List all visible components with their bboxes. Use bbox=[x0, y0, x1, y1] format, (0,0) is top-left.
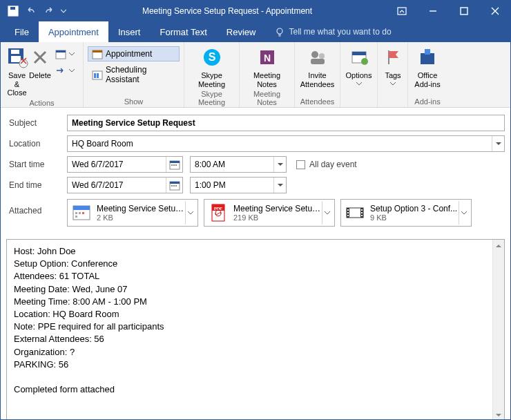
invite-attendees-button[interactable]: Invite Attendees bbox=[299, 45, 336, 88]
attachment-item[interactable]: PDF Meeting Service Setup...219 KB bbox=[204, 199, 335, 227]
delete-button[interactable]: Delete bbox=[29, 45, 51, 80]
start-time-input[interactable]: 8:00 AM bbox=[190, 156, 287, 173]
redo-icon[interactable] bbox=[41, 3, 57, 19]
svg-rect-45 bbox=[73, 206, 90, 210]
body-line: Completed form attached bbox=[14, 383, 485, 396]
undo-icon[interactable] bbox=[23, 3, 39, 19]
save-close-button[interactable]: Save & Close bbox=[5, 45, 29, 97]
svg-text:S: S bbox=[208, 51, 215, 63]
ribbon-tabs: File Appointment Insert Format Text Revi… bbox=[1, 21, 510, 42]
all-day-checkbox[interactable]: All day event bbox=[296, 160, 357, 169]
chevron-down-icon[interactable] bbox=[322, 201, 331, 225]
svg-rect-12 bbox=[11, 56, 21, 62]
svg-point-30 bbox=[361, 58, 368, 65]
svg-rect-48 bbox=[82, 212, 84, 214]
image-file-icon bbox=[344, 202, 366, 224]
end-time-input[interactable]: 1:00 PM bbox=[190, 177, 287, 193]
svg-rect-3 bbox=[10, 11, 16, 15]
svg-rect-32 bbox=[421, 53, 434, 64]
svg-rect-29 bbox=[352, 52, 366, 55]
svg-rect-57 bbox=[347, 212, 349, 213]
close-button[interactable] bbox=[479, 1, 510, 21]
location-label: Location bbox=[6, 139, 67, 149]
svg-rect-56 bbox=[347, 209, 349, 211]
body-line: PARKING: 56 bbox=[14, 359, 485, 371]
calendar-picker-icon[interactable] bbox=[166, 157, 182, 172]
body-line: External Attendees: 56 bbox=[14, 333, 485, 345]
svg-rect-38 bbox=[175, 164, 177, 166]
ribbon-display-icon[interactable] bbox=[386, 1, 417, 21]
forward-small-button[interactable] bbox=[51, 63, 79, 78]
message-body-text[interactable]: Host: John Doe Setup Option: Conference … bbox=[7, 240, 492, 420]
attachment-item[interactable]: Meeting Service Setup...2 KB bbox=[67, 199, 198, 227]
end-time-label: End time bbox=[6, 180, 67, 190]
subject-input[interactable]: Meeting Service Setup Request bbox=[67, 115, 505, 131]
tab-review[interactable]: Review bbox=[217, 21, 266, 42]
tab-appointment[interactable]: Appointment bbox=[39, 21, 108, 42]
lightbulb-icon bbox=[275, 27, 285, 37]
svg-rect-58 bbox=[347, 215, 349, 216]
appointment-view-label: Appointment bbox=[106, 49, 152, 59]
appointment-view-button[interactable]: Appointment bbox=[88, 46, 180, 61]
attachment-item[interactable]: Setup Option 3 - Conf...9 KB bbox=[340, 199, 472, 227]
svg-rect-47 bbox=[79, 212, 81, 214]
calendar-small-button[interactable] bbox=[51, 46, 79, 61]
calendar-picker-icon[interactable] bbox=[166, 178, 182, 193]
qat-more-icon[interactable] bbox=[59, 3, 68, 19]
addins-icon bbox=[416, 46, 438, 68]
chevron-down-icon[interactable] bbox=[273, 157, 286, 172]
options-button[interactable]: Options bbox=[345, 45, 373, 86]
start-date-input[interactable]: Wed 6/7/2017 bbox=[67, 156, 183, 173]
office-addins-button[interactable]: Office Add-ins bbox=[412, 45, 443, 88]
meeting-notes-button[interactable]: N Meeting Notes bbox=[244, 45, 290, 88]
notes-label: Meeting Notes bbox=[244, 71, 290, 88]
body-line: Meeting Date: Wed, June 07 bbox=[14, 283, 485, 296]
tab-insert[interactable]: Insert bbox=[108, 21, 151, 42]
group-actions-label: Actions bbox=[5, 97, 79, 108]
svg-rect-2 bbox=[10, 7, 15, 10]
scrollbar[interactable] bbox=[492, 240, 504, 420]
svg-rect-4 bbox=[398, 8, 406, 15]
minimize-button[interactable] bbox=[417, 1, 448, 21]
group-notes-label: Meeting Notes bbox=[244, 88, 290, 108]
tell-me-search[interactable]: Tell me what you want to do bbox=[265, 27, 391, 37]
body-line: Attendees: 61 TOTAL bbox=[14, 270, 485, 283]
attached-label: Attached bbox=[6, 199, 67, 216]
save-icon[interactable] bbox=[5, 3, 21, 19]
skype-meeting-button[interactable]: S Skype Meeting bbox=[189, 45, 235, 88]
flag-icon bbox=[382, 46, 404, 68]
tags-label: Tags bbox=[385, 71, 401, 80]
message-body[interactable]: Host: John Doe Setup Option: Conference … bbox=[6, 239, 505, 420]
body-line: Host: John Doe bbox=[14, 245, 485, 258]
subject-label: Subject bbox=[6, 118, 67, 128]
svg-point-25 bbox=[311, 51, 318, 58]
svg-rect-40 bbox=[170, 182, 180, 184]
chevron-down-icon[interactable] bbox=[185, 201, 195, 225]
svg-rect-60 bbox=[361, 212, 363, 213]
location-input[interactable]: HQ Board Room bbox=[67, 135, 505, 152]
svg-rect-6 bbox=[461, 8, 467, 15]
scroll-down-icon[interactable] bbox=[493, 409, 504, 420]
skype-icon: S bbox=[201, 46, 223, 68]
location-dropdown-icon[interactable] bbox=[492, 136, 504, 151]
options-icon bbox=[348, 46, 370, 68]
svg-rect-61 bbox=[361, 215, 363, 216]
scroll-track[interactable] bbox=[493, 251, 504, 409]
chevron-down-icon[interactable] bbox=[459, 201, 468, 225]
svg-rect-20 bbox=[97, 73, 99, 78]
calendar-file-icon bbox=[70, 202, 93, 224]
scheduling-assistant-button[interactable]: Scheduling Assistant bbox=[88, 63, 180, 86]
maximize-button[interactable] bbox=[448, 1, 479, 21]
tab-file[interactable]: File bbox=[5, 21, 39, 42]
tell-me-label: Tell me what you want to do bbox=[289, 27, 391, 37]
end-date-input[interactable]: Wed 6/7/2017 bbox=[67, 177, 183, 193]
body-line: Organization: ? bbox=[14, 346, 485, 359]
tab-format-text[interactable]: Format Text bbox=[150, 21, 216, 42]
svg-rect-42 bbox=[173, 185, 175, 187]
tags-button[interactable]: Tags bbox=[382, 45, 404, 86]
svg-rect-17 bbox=[93, 50, 102, 52]
chevron-down-icon[interactable] bbox=[273, 178, 286, 193]
svg-point-26 bbox=[319, 53, 325, 59]
scroll-up-icon[interactable] bbox=[493, 240, 504, 251]
delete-label: Delete bbox=[29, 71, 51, 80]
